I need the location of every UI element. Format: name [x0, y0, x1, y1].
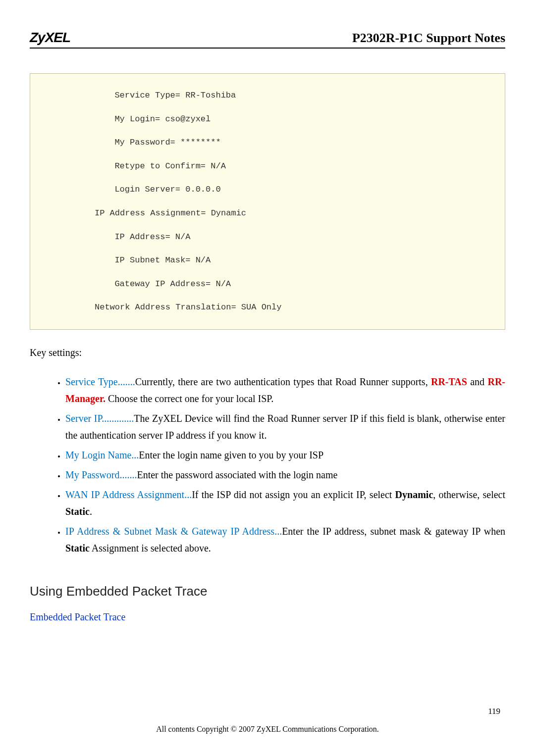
key-settings-label: Key settings:	[30, 347, 505, 358]
setting-text: Enter the IP address, subnet mask & gate…	[282, 526, 505, 537]
setting-text: and	[467, 376, 488, 387]
logo-text: ZyXEL	[30, 30, 70, 46]
list-item: My Login Name...Enter the login name giv…	[65, 447, 505, 463]
code-line: Network Address Translation= SUA Only	[95, 296, 500, 319]
header-title: P2302R-P1C Support Notes	[352, 31, 505, 46]
code-line: Retype to Confirm= N/A	[105, 154, 500, 178]
list-item: Server IP.............The ZyXEL Device w…	[65, 410, 505, 444]
code-line: Login Server= 0.0.0.0	[105, 178, 500, 202]
page-number: 119	[488, 706, 500, 716]
code-line: IP Subnet Mask= N/A	[105, 249, 500, 272]
setting-label: Service Type.......	[65, 376, 135, 387]
list-item: IP Address & Subnet Mask & Gateway IP Ad…	[65, 523, 505, 556]
setting-label: Server IP.............	[65, 413, 134, 424]
setting-label: WAN IP Address Assignment...	[65, 489, 192, 500]
document-page: ZyXEL P2302R-P1C Support Notes Service T…	[0, 0, 535, 756]
code-line: IP Address= N/A	[105, 225, 500, 249]
setting-text: Choose the correct one for your local IS…	[106, 393, 273, 404]
code-line: My Login= cso@zyxel	[105, 107, 500, 131]
list-item: WAN IP Address Assignment...If the ISP d…	[65, 486, 505, 520]
setting-bold: Static	[65, 543, 90, 554]
setting-text: .	[90, 506, 92, 517]
setting-label: IP Address & Subnet Mask & Gateway IP Ad…	[65, 526, 282, 537]
section-sub-link[interactable]: Embedded Packet Trace	[30, 611, 505, 623]
code-line: My Password= ********	[105, 131, 500, 154]
footer-copyright: All contents Copyright © 2007 ZyXEL Comm…	[0, 725, 535, 734]
setting-text: If the ISP did not assign you an explici…	[192, 489, 395, 500]
setting-text: , otherwise, select	[433, 489, 505, 500]
code-line: Service Type= RR-Toshiba	[105, 84, 500, 107]
code-line: IP Address Assignment= Dynamic	[95, 202, 500, 225]
section-heading: Using Embedded Packet Trace	[30, 584, 505, 599]
setting-text: Assignment is selected above.	[90, 543, 211, 554]
code-line: Gateway IP Address= N/A	[105, 272, 500, 296]
list-item: My Password.......Enter the password ass…	[65, 466, 505, 483]
setting-label: My Password.......	[65, 469, 137, 480]
setting-text: Enter the login name given to you by you…	[139, 450, 323, 460]
setting-text: Enter the password associated with the l…	[137, 469, 337, 480]
setting-bold: Static	[65, 506, 90, 517]
page-header: ZyXEL P2302R-P1C Support Notes	[30, 30, 505, 49]
setting-text: Currently, there are two authentication …	[135, 376, 431, 387]
setting-label: My Login Name...	[65, 450, 139, 460]
list-item: Service Type.......Currently, there are …	[65, 373, 505, 407]
setting-bold: Dynamic	[395, 489, 433, 500]
settings-list: Service Type.......Currently, there are …	[30, 373, 505, 556]
config-code-block: Service Type= RR-Toshiba My Login= cso@z…	[30, 73, 505, 330]
setting-red: RR-TAS	[431, 376, 467, 387]
